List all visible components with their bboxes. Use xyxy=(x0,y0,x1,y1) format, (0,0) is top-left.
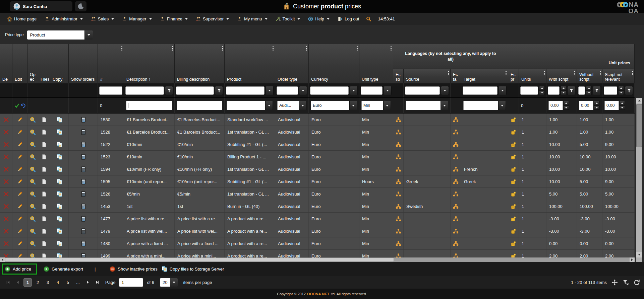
filter-dropdown-button[interactable] xyxy=(499,86,507,95)
economics-price-icon[interactable] xyxy=(511,129,516,135)
filter-description-input[interactable] xyxy=(125,86,164,95)
show-inactive-prices-button[interactable]: Show inactive prices xyxy=(108,266,160,272)
open-economics-icon[interactable] xyxy=(30,129,36,135)
menu-item-sales[interactable]: Sales xyxy=(87,14,118,24)
filter-units-input[interactable] xyxy=(520,86,538,95)
chevron-down-icon[interactable] xyxy=(498,101,506,110)
filter-dropdown-button[interactable] xyxy=(441,86,449,95)
filter-dropdown-button[interactable] xyxy=(299,86,307,95)
menu-item-finance[interactable]: Finance xyxy=(156,14,191,24)
files-icon[interactable] xyxy=(41,154,47,160)
chevron-down-icon[interactable] xyxy=(441,101,448,110)
filter-product-input[interactable] xyxy=(226,86,265,95)
show-orders-icon[interactable] xyxy=(80,142,86,147)
edit-icon[interactable] xyxy=(17,253,23,258)
copy-icon[interactable] xyxy=(57,117,62,123)
chevron-down-icon[interactable] xyxy=(265,101,273,110)
files-icon[interactable] xyxy=(41,142,47,147)
economics-source-icon[interactable] xyxy=(396,241,401,246)
copy-icon[interactable] xyxy=(57,204,62,209)
delete-icon[interactable] xyxy=(3,216,9,222)
show-orders-icon[interactable] xyxy=(80,166,86,172)
user-menu[interactable]: Sara Cunha xyxy=(10,1,72,11)
files-icon[interactable] xyxy=(41,228,47,234)
page-button-5[interactable]: 5 xyxy=(64,278,72,287)
files-icon[interactable] xyxy=(41,129,47,135)
number-spinner[interactable] xyxy=(594,101,599,110)
column-menu-icon[interactable] xyxy=(121,46,122,47)
show-orders-icon[interactable] xyxy=(80,117,86,123)
economics-price-icon[interactable] xyxy=(511,204,516,209)
show-orders-icon[interactable] xyxy=(80,191,86,197)
open-economics-icon[interactable] xyxy=(30,241,36,246)
column-header-product[interactable]: Product xyxy=(225,44,275,83)
number-spinner[interactable] xyxy=(561,86,566,95)
column-header-show-orders[interactable]: Show orders xyxy=(69,44,98,83)
show-orders-icon[interactable] xyxy=(80,154,86,160)
copy-icon[interactable] xyxy=(57,129,62,135)
items-per-page-select[interactable]: 20 xyxy=(160,278,177,287)
vertical-scrollbar[interactable] xyxy=(636,98,642,257)
filter-dropdown-button[interactable] xyxy=(350,86,358,95)
filter-with-script-input[interactable] xyxy=(548,86,560,95)
copy-icon[interactable] xyxy=(57,154,62,160)
open-economics-icon[interactable] xyxy=(30,142,36,147)
column-menu-icon[interactable] xyxy=(391,46,392,47)
show-orders-icon[interactable] xyxy=(80,129,86,135)
show-orders-icon[interactable] xyxy=(80,204,86,209)
economics-target-icon[interactable] xyxy=(453,166,459,172)
vertical-scrollbar-thumb[interactable] xyxy=(636,104,642,147)
horizontal-scrollbar-thumb[interactable] xyxy=(5,257,394,262)
previous-page-button[interactable] xyxy=(14,278,22,286)
new-unit-type-select[interactable]: Min xyxy=(361,101,391,110)
page-button-1[interactable]: 1 xyxy=(23,278,32,287)
economics-source-icon[interactable] xyxy=(396,129,401,135)
column-header-unit-type[interactable]: Unit type xyxy=(359,44,393,83)
column-menu-icon[interactable] xyxy=(632,71,633,72)
filter-currency-input[interactable] xyxy=(310,86,349,95)
column-header-billing-description[interactable]: Billing description xyxy=(175,44,225,83)
column-header-target[interactable]: Target xyxy=(461,69,508,83)
open-economics-icon[interactable] xyxy=(30,166,36,172)
filter-source-input[interactable] xyxy=(405,86,440,95)
open-economics-icon[interactable] xyxy=(30,154,36,160)
filter-id-input[interactable] xyxy=(99,86,122,95)
scroll-up-button[interactable] xyxy=(636,98,642,103)
edit-icon[interactable] xyxy=(17,216,23,222)
menu-item-administrator[interactable]: Administrator xyxy=(41,14,86,24)
chevron-down-icon[interactable] xyxy=(383,101,391,110)
new-order-type-select[interactable]: Audi... xyxy=(277,101,306,110)
files-icon[interactable] xyxy=(41,216,47,222)
column-header-ec-source[interactable]: Ec so xyxy=(393,69,404,83)
economics-source-icon[interactable] xyxy=(396,253,401,258)
copy-icon[interactable] xyxy=(57,253,62,258)
column-menu-icon[interactable] xyxy=(600,71,601,72)
show-orders-icon[interactable] xyxy=(80,216,86,222)
economics-price-icon[interactable] xyxy=(511,154,516,160)
copy-icon[interactable] xyxy=(57,142,62,147)
new-source-select[interactable] xyxy=(406,101,448,110)
economics-price-icon[interactable] xyxy=(511,179,516,184)
first-page-button[interactable] xyxy=(4,278,12,286)
page-button-more[interactable]: ... xyxy=(74,278,82,287)
economics-source-icon[interactable] xyxy=(396,117,401,123)
filter-funnel-button[interactable] xyxy=(215,86,223,95)
filter-dropdown-button[interactable] xyxy=(266,86,274,95)
filter-without-script-input[interactable] xyxy=(578,86,585,95)
edit-icon[interactable] xyxy=(17,228,23,234)
copy-icon[interactable] xyxy=(57,179,62,184)
edit-icon[interactable] xyxy=(17,129,23,135)
confirm-icon[interactable] xyxy=(14,103,19,108)
page-button-2[interactable]: 2 xyxy=(34,278,42,287)
delete-icon[interactable] xyxy=(3,154,9,160)
number-spinner[interactable] xyxy=(563,101,569,110)
economics-source-icon[interactable] xyxy=(396,142,401,147)
delete-icon[interactable] xyxy=(3,129,9,135)
economics-target-icon[interactable] xyxy=(453,129,459,135)
economics-target-icon[interactable] xyxy=(453,117,459,123)
filter-script-not-relevant-input[interactable] xyxy=(604,86,617,95)
files-icon[interactable] xyxy=(41,191,47,197)
open-economics-icon[interactable] xyxy=(30,216,36,222)
economics-price-icon[interactable] xyxy=(511,241,516,246)
scroll-left-button[interactable] xyxy=(0,257,5,262)
